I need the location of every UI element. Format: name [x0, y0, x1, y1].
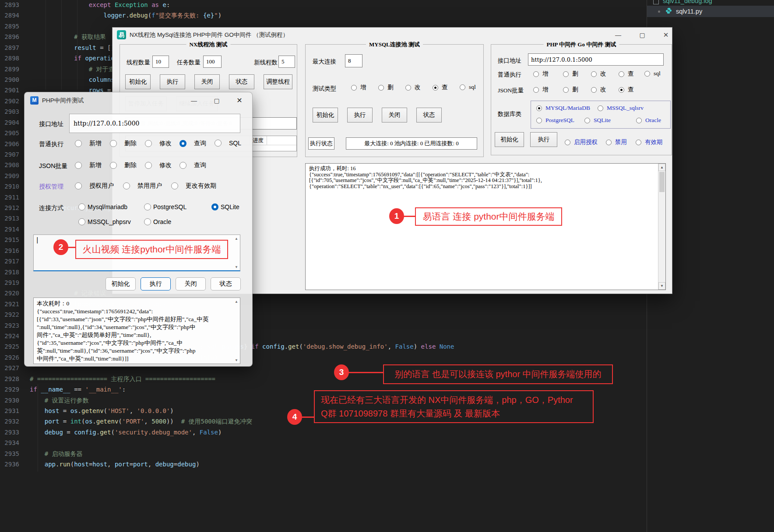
thread-count-input[interactable] — [152, 56, 169, 68]
scroll-down-icon[interactable]: ▼ — [233, 357, 239, 363]
task-count-input[interactable] — [203, 56, 222, 68]
php-titlebar[interactable]: M PHP中间件测试 — ▢ ✕ — [25, 92, 252, 106]
exec-status-value: 最大连接: 0 池内连接: 0 已用连接数: 0 — [346, 137, 477, 150]
annotation-1-box: 易语言 连接 pythor中间件服务端 — [415, 207, 562, 226]
radio-修改[interactable] — [145, 162, 152, 169]
scrollbar[interactable]: ▲ ▼ — [658, 164, 665, 290]
scroll-up-icon[interactable]: ▲ — [658, 164, 665, 171]
php-output-text: 本次耗时：0 {"success":true,"timestamp":17656… — [34, 298, 232, 364]
button-初始化[interactable]: 初始化 — [125, 74, 151, 89]
radio-option: 改 — [591, 70, 606, 78]
radio-Mysql/mariadb[interactable] — [78, 203, 85, 210]
api-address-input[interactable] — [528, 53, 664, 66]
button-状态[interactable]: 状态 — [211, 277, 241, 290]
radio-授权用户[interactable] — [75, 182, 82, 189]
main-titlebar[interactable]: 易 NX线程池 MySql连接池 PHP中间件 GO中间件 （测试例程） — ▢… — [113, 28, 672, 42]
file-row-python[interactable]: sqlv11.py — [647, 6, 774, 17]
close-button[interactable]: ✕ — [659, 30, 672, 40]
radio-option: 新增 — [75, 140, 102, 147]
button-执行[interactable]: 执行 — [141, 277, 171, 290]
radio-SQLite[interactable] — [211, 203, 218, 210]
annotation-3-badge: 3 — [334, 364, 349, 380]
radio-Oracle[interactable] — [144, 218, 151, 225]
radio-MSSQL_sqlsrv[interactable] — [598, 105, 603, 111]
json-batch-radios: 增删改查 — [491, 86, 672, 93]
radio-label: Oracle — [153, 218, 171, 225]
radio-SQL[interactable] — [215, 140, 222, 147]
radio-option: Oracle — [636, 117, 661, 124]
radio-增[interactable] — [351, 85, 357, 91]
button-关闭[interactable]: 关闭 — [382, 108, 407, 122]
button-调整线程[interactable]: 调整线程 — [264, 74, 292, 89]
radio-删除[interactable] — [110, 162, 117, 169]
db-type-radios-row1: MYSQL/MariaDBMSSQL_sqlsrv — [531, 105, 670, 112]
maximize-button[interactable]: ▢ — [636, 30, 649, 40]
radio-禁用用户[interactable] — [123, 182, 130, 189]
scroll-down-icon[interactable]: ▼ — [233, 264, 239, 270]
radio-禁用[interactable] — [606, 140, 612, 145]
radio-删[interactable] — [378, 85, 384, 91]
minimize-button[interactable]: — — [187, 96, 201, 105]
php-output-area[interactable]: 本次耗时：0 {"success":true,"timestamp":17656… — [33, 298, 240, 364]
radio-label: 禁用 — [615, 138, 627, 146]
radio-更改有效期[interactable] — [171, 182, 178, 189]
radio-有效期[interactable] — [636, 140, 641, 145]
button-状态[interactable]: 状态 — [229, 74, 254, 89]
radio-PostgreSQL[interactable] — [144, 203, 151, 210]
radio-label: 新增 — [89, 161, 102, 169]
radio-option: 删 — [563, 70, 578, 78]
radio-查[interactable] — [619, 71, 624, 77]
annotation-4-connector — [301, 416, 314, 418]
button-初始化[interactable]: 初始化 — [106, 277, 136, 290]
code-line: # =================== 主程序入口 ============… — [30, 375, 215, 383]
radio-MSSQL_phpsrv[interactable] — [78, 218, 85, 225]
radio-查[interactable] — [433, 85, 438, 91]
scroll-up-icon[interactable]: ▲ — [233, 298, 239, 304]
scroll-down-icon[interactable]: ▼ — [658, 282, 665, 290]
radio-改[interactable] — [591, 71, 597, 77]
scrollbar[interactable]: ▲ ▼ — [233, 298, 239, 363]
radio-删[interactable] — [563, 71, 569, 77]
scrollbar-thumb[interactable] — [659, 172, 665, 192]
code-line: app.run(host=host, port=port, debug=debu… — [30, 460, 200, 469]
scroll-up-icon[interactable]: ▲ — [233, 235, 239, 242]
radio-SQLite[interactable] — [584, 118, 590, 123]
api-address-input[interactable] — [69, 114, 240, 133]
radio-查[interactable] — [619, 87, 624, 93]
button-初始化[interactable]: 初始化 — [313, 108, 338, 122]
radio-MYSQL/MariaDB[interactable] — [536, 105, 542, 111]
radio-改[interactable] — [405, 85, 411, 91]
new-thread-input[interactable] — [278, 56, 295, 68]
indent-guide — [61, 0, 62, 90]
radio-删[interactable] — [563, 87, 569, 93]
button-状态[interactable]: 状态 — [416, 108, 442, 122]
radio-增[interactable] — [533, 87, 539, 93]
radio-新增[interactable] — [75, 140, 82, 147]
button-关闭[interactable]: 关闭 — [194, 74, 220, 89]
scrollbar[interactable]: ▲ ▼ — [233, 235, 239, 270]
radio-label: sql — [654, 70, 661, 77]
button-执行[interactable]: 执行 — [160, 74, 185, 89]
minimize-button[interactable]: — — [612, 30, 625, 40]
radio-PostgreSQL[interactable] — [536, 118, 542, 123]
main-output-area[interactable]: 执行成功，耗时: 16 {"success":true,"timestamp":… — [305, 163, 666, 290]
radio-删除[interactable] — [110, 140, 117, 147]
button-执行[interactable]: 执行 — [347, 108, 373, 122]
radio-启用授权[interactable] — [565, 140, 570, 145]
button-关闭[interactable]: 关闭 — [176, 277, 206, 290]
close-button[interactable]: ✕ — [233, 96, 246, 105]
maximize-button[interactable]: ▢ — [210, 96, 223, 105]
radio-label: 增 — [360, 84, 366, 91]
radio-label: SQL — [229, 140, 241, 147]
radio-Oracle[interactable] — [636, 118, 642, 123]
radio-sql[interactable] — [644, 71, 650, 77]
radio-新增[interactable] — [75, 162, 82, 169]
radio-查询[interactable] — [179, 140, 186, 147]
radio-修改[interactable] — [145, 140, 152, 147]
radio-增[interactable] — [533, 71, 539, 77]
radio-查询[interactable] — [179, 162, 186, 169]
radio-option: SQLite — [211, 203, 239, 210]
radio-改[interactable] — [591, 87, 597, 93]
radio-sql[interactable] — [460, 84, 465, 90]
max-conn-input[interactable] — [345, 54, 362, 67]
